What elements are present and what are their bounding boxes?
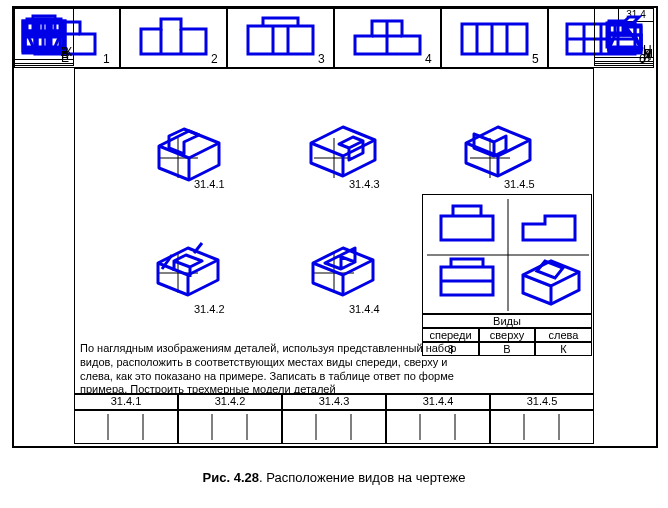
figure-caption: Рис. 4.28. Расположение видов на чертеже [0,470,668,485]
caption-bold: Рис. 4.28 [203,470,259,485]
iso-lbl-2: 31.4.2 [194,303,225,315]
top-cell-5: 5 [441,8,548,68]
iso-lbl-5: 31.4.5 [504,178,535,190]
ans-h-5: 31.4.5 [490,394,594,410]
views-col-left: слева [535,328,592,342]
left-cell-a: А [14,8,74,60]
top-cell-3: 3 [227,8,334,68]
top-num-3: 3 [318,52,325,66]
iso-lbl-3: 31.4.3 [349,178,380,190]
views-header: Виды [422,314,592,328]
ans-h-2: 31.4.2 [178,394,282,410]
iso-2 [144,233,234,308]
left-lbl-a: А [61,45,69,59]
top-cell-4: 4 [334,8,441,68]
iso-lbl-4: 31.4.4 [349,303,380,315]
views-ans-2: К [535,342,592,356]
example-block [422,194,592,314]
top-num-5: 5 [532,52,539,66]
right-lbl-n: Н [643,43,652,57]
ans-h-4: 31.4.4 [386,394,490,410]
answer-strip: 31.4.1 31.4.2 31.4.3 31.4.4 31.4.5 [74,394,654,444]
ans-h-1: 31.4.1 [74,394,178,410]
instruction-text: По наглядным изображениям деталей, испол… [80,342,480,397]
top-num-2: 2 [211,52,218,66]
ans-h-3: 31.4.3 [282,394,386,410]
top-num-1: 1 [103,52,110,66]
views-ans-1: В [479,342,535,356]
caption-rest: . Расположение видов на чертеже [259,470,466,485]
views-col-front: спереди [422,328,479,342]
top-cell-2: 2 [120,8,227,68]
iso-lbl-1: 31.4.1 [194,178,225,190]
views-col-top: сверху [479,328,535,342]
right-cell-n: Н [594,8,654,58]
top-num-4: 4 [425,52,432,66]
iso-4 [299,233,389,308]
drawing-frame: 31.4 1 2 [12,6,658,448]
